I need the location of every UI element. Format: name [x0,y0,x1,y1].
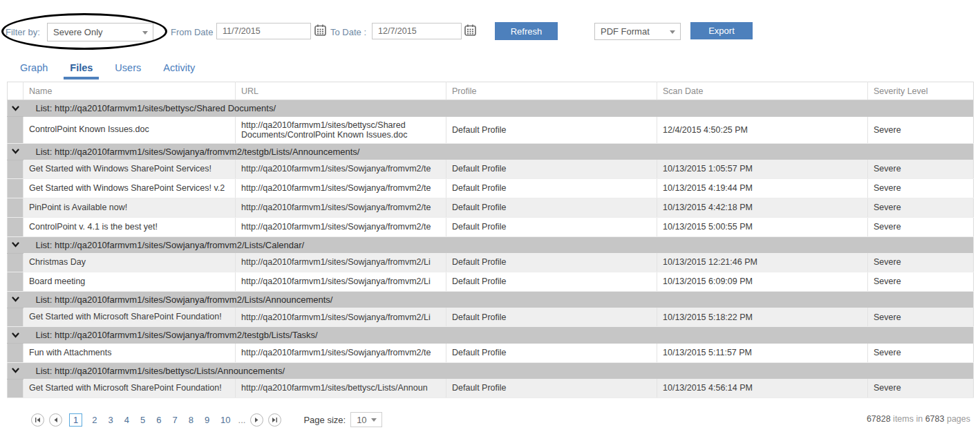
table-row[interactable]: Get Started with Microsoft SharePoint Fo… [8,379,974,398]
cell-profile: Default Profile [446,379,657,398]
tab-graph[interactable]: Graph [14,59,54,80]
to-date-input[interactable]: 12/7/2015 [372,23,462,39]
severity-filter-value: Severe Only [53,27,103,37]
cell-name: PinPoint is Available now! [23,198,236,217]
expand-column-header [8,82,23,100]
table-header-row: Name URL Profile Scan Date Severity Leve… [8,82,974,100]
page-number[interactable]: 2 [88,414,100,426]
page-number[interactable]: 9 [201,414,213,426]
row-indent [8,379,23,398]
export-format-dropdown[interactable]: PDF Format [594,23,681,40]
row-indent [8,217,23,236]
cell-severity: Severe [868,308,974,326]
collapse-group-icon[interactable] [8,100,23,117]
export-button[interactable]: Export [690,22,753,39]
row-indent [8,253,23,272]
cell-name: ControlPoint v. 4.1 is the best yet! [23,217,236,236]
group-header-row: List: http://qa2010farmvm1/sites/Sowjany… [8,327,974,344]
table-row[interactable]: Get Started with Windows SharePoint Serv… [8,160,974,178]
filter-by-label: Filter by: [6,27,40,37]
cell-scan-date: 12/4/2015 4:50:25 PM [657,117,868,144]
page-number[interactable]: 7 [169,414,180,426]
collapse-group-icon[interactable] [8,236,23,253]
cell-scan-date: 10/13/2015 6:09:09 PM [657,272,868,291]
table-row[interactable]: Board meetinghttp://qa2010farmvm1/sites/… [8,272,974,291]
table-row[interactable]: Get Started with Microsoft SharePoint Fo… [8,308,974,326]
current-page-number[interactable]: 1 [69,413,82,427]
refresh-button[interactable]: Refresh [495,22,558,40]
cell-scan-date: 10/13/2015 4:42:18 PM [657,198,868,217]
cell-severity: Severe [868,253,974,272]
pages-count: 6783 [925,414,945,424]
collapse-group-icon[interactable] [8,327,23,344]
collapse-group-icon[interactable] [8,143,23,160]
column-header-url[interactable]: URL [236,82,446,100]
cell-url: http://qa2010farmvm1/sites/Sowjanya/from… [236,272,446,291]
group-header-row: List: http://qa2010farmvm1/sites/Sowjany… [8,291,974,308]
collapse-group-icon[interactable] [8,362,23,379]
chevron-down-icon [142,31,148,35]
page-number[interactable]: 8 [185,414,197,426]
cell-url: http://qa2010farmvm1/sites/bettysc/Share… [236,117,446,144]
files-table-body: List: http://qa2010farmvm1/sites/bettysc… [8,100,974,398]
cell-scan-date: 10/13/2015 5:18:22 PM [657,308,868,326]
cell-scan-date: 10/13/2015 4:56:14 PM [657,379,868,398]
row-indent [8,344,23,362]
collapse-group-icon[interactable] [8,291,23,308]
cell-name: Get Started with Windows SharePoint Serv… [23,160,236,178]
calendar-icon[interactable] [464,24,476,39]
cell-url: http://qa2010farmvm1/sites/bettysc/Lists… [236,379,446,398]
calendar-icon[interactable] [314,24,326,39]
chevron-down-icon [371,418,377,422]
cell-severity: Severe [868,117,974,144]
page-number[interactable]: 4 [121,414,133,426]
group-header-row: List: http://qa2010farmvm1/sites/bettysc… [8,100,974,117]
from-date-label: From Date : [171,27,218,37]
page-number[interactable]: 3 [104,414,116,426]
page-size-dropdown[interactable]: 10 [350,412,382,427]
table-row[interactable]: Get Started with Windows SharePoint Serv… [8,178,974,198]
table-row[interactable]: PinPoint is Available now!http://qa2010f… [8,198,974,217]
table-row[interactable]: Christmas Dayhttp://qa2010farmvm1/sites/… [8,253,974,272]
group-header-row: List: http://qa2010farmvm1/sites/Sowjany… [8,236,974,253]
view-tabs: Graph Files Users Activity [14,59,211,80]
page-number[interactable]: 5 [137,414,149,426]
column-header-name[interactable]: Name [23,82,236,100]
row-indent [8,308,23,326]
cell-profile: Default Profile [446,217,657,236]
cell-url: http://qa2010farmvm1/sites/Sowjanya/from… [236,160,446,178]
cell-profile: Default Profile [446,272,657,291]
tab-users[interactable]: Users [109,59,147,80]
cell-scan-date: 10/13/2015 5:11:57 PM [657,344,868,362]
first-page-button[interactable] [31,413,44,427]
last-page-button[interactable] [268,413,281,427]
page-number[interactable]: 10 [217,414,234,426]
table-row[interactable]: Fun with Attachmentshttp://qa2010farmvm1… [8,344,974,362]
column-header-scan-date[interactable]: Scan Date [657,82,868,100]
pager: 12345678910 ... Page size: 10 67828 item… [7,409,973,430]
cell-url: http://qa2010farmvm1/sites/Sowjanya/from… [236,198,446,217]
tab-files[interactable]: Files [64,59,99,80]
next-page-button[interactable] [250,413,263,427]
previous-page-button[interactable] [49,413,62,427]
cell-name: Get Started with Windows SharePoint Serv… [23,178,236,198]
tab-activity[interactable]: Activity [157,59,201,80]
table-row[interactable]: ControlPoint v. 4.1 is the best yet!http… [8,217,974,236]
cell-profile: Default Profile [446,198,657,217]
page-ellipsis[interactable]: ... [238,415,246,425]
cell-profile: Default Profile [446,160,657,178]
cell-scan-date: 10/13/2015 12:21:46 PM [657,253,868,272]
row-indent [8,178,23,198]
chevron-down-icon [670,30,675,34]
cell-name: Board meeting [23,272,236,291]
cell-profile: Default Profile [446,178,657,198]
group-header-label: List: http://qa2010farmvm1/sites/bettysc… [23,100,974,117]
column-header-severity[interactable]: Severity Level [868,82,974,100]
table-row[interactable]: ControlPoint Known Issues.dochttp://qa20… [8,117,974,144]
cell-severity: Severe [868,379,974,398]
page-number[interactable]: 6 [153,414,164,426]
column-header-profile[interactable]: Profile [446,82,657,100]
toolbar: Filter by: Severe Only From Date : 11/7/… [0,0,980,57]
severity-filter-dropdown[interactable]: Severe Only [47,23,153,41]
from-date-input[interactable]: 11/7/2015 [216,23,311,39]
